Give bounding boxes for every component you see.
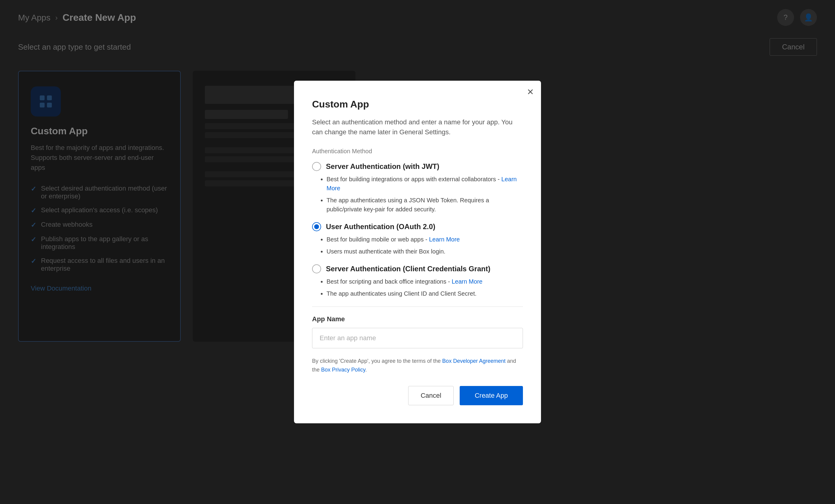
- custom-app-modal: ✕ Custom App Select an authentication me…: [294, 81, 541, 424]
- auth-jwt-bullets: Best for building integrations or apps w…: [327, 175, 523, 214]
- auth-option-oauth: User Authentication (OAuth 2.0) Best for…: [312, 222, 523, 256]
- modal-close-button[interactable]: ✕: [527, 88, 534, 96]
- app-name-input[interactable]: [312, 328, 523, 348]
- auth-ccg-bullet-1: Best for scripting and back office integ…: [327, 277, 523, 286]
- auth-option-jwt: Server Authentication (with JWT) Best fo…: [312, 162, 523, 214]
- auth-option-ccg-header: Server Authentication (Client Credential…: [312, 264, 523, 273]
- terms-text: By clicking 'Create App', you agree to t…: [312, 357, 523, 374]
- auth-option-ccg: Server Authentication (Client Credential…: [312, 264, 523, 298]
- auth-oauth-bullets: Best for building mobile or web apps - L…: [327, 235, 523, 256]
- modal-title: Custom App: [312, 99, 523, 110]
- auth-oauth-bullet-2: Users must authenticate with their Box l…: [327, 247, 523, 256]
- radio-jwt[interactable]: [312, 162, 321, 171]
- auth-oauth-label: User Authentication (OAuth 2.0): [326, 223, 435, 231]
- auth-jwt-bullet-1: Best for building integrations or apps w…: [327, 175, 523, 193]
- auth-jwt-label: Server Authentication (with JWT): [326, 162, 439, 171]
- auth-jwt-bullet-2: The app authenticates using a JSON Web T…: [327, 196, 523, 214]
- create-app-button[interactable]: Create App: [460, 386, 523, 405]
- auth-ccg-bullets: Best for scripting and back office integ…: [327, 277, 523, 298]
- auth-option-jwt-header: Server Authentication (with JWT): [312, 162, 523, 171]
- modal-subtitle: Select an authentication method and ente…: [312, 117, 523, 137]
- auth-ccg-label: Server Authentication (Client Credential…: [326, 265, 490, 273]
- learn-more-ccg-link[interactable]: Learn More: [451, 278, 482, 285]
- learn-more-jwt-link[interactable]: Learn More: [327, 176, 516, 191]
- auth-section-label: Authentication Method: [312, 148, 523, 155]
- box-developer-agreement-link[interactable]: Box Developer Agreement: [442, 358, 506, 364]
- learn-more-oauth-link[interactable]: Learn More: [429, 236, 460, 243]
- auth-oauth-bullet-1: Best for building mobile or web apps - L…: [327, 235, 523, 244]
- app-name-label: App Name: [312, 315, 523, 323]
- radio-oauth[interactable]: [312, 222, 321, 231]
- radio-ccg[interactable]: [312, 264, 321, 273]
- modal-overlay: ✕ Custom App Select an authentication me…: [0, 0, 835, 504]
- auth-option-oauth-header: User Authentication (OAuth 2.0): [312, 222, 523, 231]
- divider: [312, 307, 523, 307]
- cancel-button[interactable]: Cancel: [408, 386, 453, 405]
- auth-ccg-bullet-2: The app authenticates using Client ID an…: [327, 289, 523, 298]
- modal-footer: Cancel Create App: [312, 386, 523, 405]
- box-privacy-policy-link[interactable]: Box Privacy Policy: [321, 367, 365, 373]
